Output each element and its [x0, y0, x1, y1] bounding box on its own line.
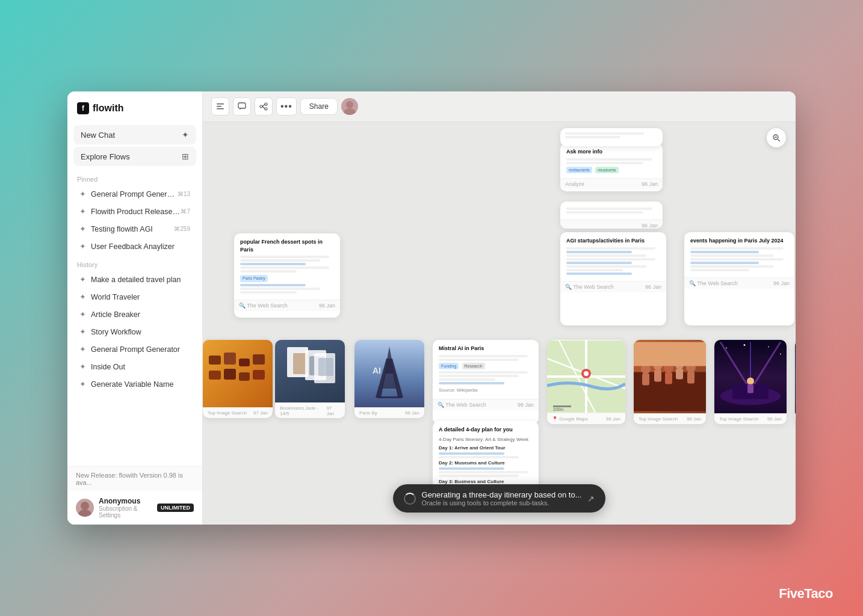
svg-rect-49 [665, 372, 672, 384]
fivetaco-branding: FiveTaco [779, 586, 833, 602]
sidebar-item-general-prompt[interactable]: ✦ General Prompt Generator ⌘13 [71, 185, 199, 203]
card-french-dessert[interactable]: popular French dessert spots in Paris Pa… [234, 233, 340, 318]
sidebar-item-label: Article Breaker [91, 310, 140, 319]
svg-point-6 [260, 105, 262, 108]
sidebar-toggle-button[interactable] [211, 97, 229, 116]
card-footer: 🔍 The Web Search 96 Jan [433, 399, 539, 410]
sidebar-item-world-traveler[interactable]: ✦ World Traveler [71, 288, 199, 306]
card-chat1[interactable] [560, 128, 663, 146]
item-icon: ✦ [79, 380, 86, 389]
sidebar-item-label: Make a detailed travel plan [91, 276, 181, 284]
item-icon: ✦ [79, 310, 86, 319]
card-street-image[interactable]: Bookmarks.Jade - 14/5 97 Jan [275, 340, 345, 418]
user-subscription: Subscription & Settings [99, 505, 157, 519]
svg-line-9 [262, 105, 265, 107]
chat-toggle-button[interactable] [233, 97, 251, 116]
svg-rect-4 [217, 108, 224, 109]
svg-rect-80 [795, 402, 796, 411]
svg-rect-32 [377, 396, 401, 398]
svg-rect-5 [238, 103, 246, 108]
svg-rect-20 [209, 371, 221, 380]
sidebar-item-article-breaker[interactable]: ✦ Article Breaker [71, 306, 199, 323]
sidebar-item-label: Flowith Product Release Note... [91, 208, 181, 216]
svg-rect-17 [224, 353, 236, 365]
share-button[interactable]: Share [300, 98, 338, 115]
toolbar-avatar [341, 98, 358, 115]
svg-point-58 [780, 354, 781, 355]
card-continue[interactable]: 96 Jan [560, 202, 663, 229]
svg-rect-47 [654, 370, 661, 382]
user-profile[interactable]: Anonymous Subscription & Settings UNLIMI… [67, 491, 202, 525]
card-footer: 🔍 The Web Search 96 Jan [684, 277, 794, 289]
card-footer: 🔍 The Web Search 96 Jan [234, 300, 340, 311]
zoom-button[interactable] [767, 128, 786, 147]
sidebar-item-travel-plan[interactable]: ✦ Make a detailed travel plan [71, 271, 199, 288]
svg-rect-23 [253, 370, 265, 380]
svg-point-57 [768, 346, 769, 348]
sidebar-item-release-note[interactable]: ✦ Flowith Product Release Note... ⌘7 [71, 203, 199, 220]
new-chat-button[interactable]: New Chat ✦ [73, 125, 196, 144]
card-citynight-image[interactable]: Top Image Search 96 Jan [795, 340, 796, 424]
new-chat-icon: ✦ [182, 130, 189, 140]
svg-rect-65 [747, 384, 753, 393]
svg-point-7 [265, 103, 267, 105]
svg-line-14 [778, 140, 781, 142]
sidebar-item-general-prompt2[interactable]: ✦ General Prompt Generator [71, 340, 199, 358]
svg-point-64 [747, 378, 754, 385]
node-toggle-button[interactable] [255, 97, 273, 116]
sidebar-item-label: General Prompt Generator [91, 190, 178, 199]
card-map[interactable]: 200m 📍 Google Maps 96 Jan [547, 340, 625, 424]
sidebar-actions: New Chat ✦ Explore Flows ⊞ [67, 122, 202, 170]
sidebar-item-story-workflow[interactable]: ✦ Story Workflow [71, 323, 199, 340]
svg-rect-22 [239, 372, 250, 381]
card-content: popular French dessert spots in Paris Pa… [234, 233, 340, 300]
card-crowd-image[interactable]: Top Image Search 96 Jan [634, 340, 706, 424]
svg-rect-54 [634, 342, 706, 366]
item-icon: ✦ [79, 327, 86, 336]
svg-point-11 [346, 101, 353, 108]
more-options-button[interactable]: ••• [276, 97, 297, 116]
loading-spinner [404, 493, 416, 505]
history-label: History [67, 255, 202, 271]
svg-rect-51 [676, 369, 683, 380]
sidebar-item-testing-agi[interactable]: ✦ Testing flowith AGI ⌘259 [71, 220, 199, 238]
status-text: Generating a three-day itinerary based o… [422, 490, 582, 499]
item-icon: ✦ [79, 242, 86, 251]
svg-rect-16 [209, 356, 221, 365]
card-eiffel-image[interactable]: AI Paris By 96 Jan [354, 340, 424, 418]
sidebar-item-label: Inside Out [91, 363, 125, 371]
item-icon: ✦ [79, 275, 86, 284]
explore-flows-icon: ⊞ [182, 152, 189, 161]
sidebar-item-feedback[interactable]: ✦ User Feedback Anaylizer [71, 238, 199, 255]
username: Anonymous [99, 497, 157, 505]
sidebar-item-label: Testing flowith AGI [91, 225, 153, 233]
svg-rect-3 [217, 106, 221, 107]
avatar [76, 499, 94, 517]
status-expand-button[interactable]: ↗ [587, 494, 595, 504]
svg-rect-53 [687, 372, 694, 384]
card-events-paris[interactable]: events happening in Paris July 2024 🔍 Th… [684, 232, 794, 325]
item-icon: ✦ [79, 189, 86, 199]
sidebar: f flowith New Chat ✦ Explore Flows ⊞ Pin… [67, 91, 203, 525]
svg-rect-19 [253, 354, 265, 365]
status-subtext: Oracle is using tools to complete sub-ta… [422, 499, 582, 507]
card-ask-more[interactable]: Ask more info restaurants museums Analyz… [560, 143, 663, 191]
sidebar-item-variable-name[interactable]: ✦ Generate Variable Name [71, 375, 199, 393]
card-agi-paris[interactable]: AGI startups/activities in Paris 🔍 The W… [560, 232, 666, 325]
item-icon: ✦ [79, 207, 86, 216]
card-food-image[interactable]: Top Image Search 97 Jan [203, 340, 273, 418]
app-window: f flowith New Chat ✦ Explore Flows ⊞ Pin… [67, 91, 796, 525]
svg-line-10 [262, 106, 265, 109]
logo-text: flowith [93, 103, 124, 114]
canvas-area[interactable]: popular French dessert spots in Paris Pa… [203, 122, 796, 525]
sidebar-item-inside-out[interactable]: ✦ Inside Out [71, 358, 199, 375]
explore-flows-button[interactable]: Explore Flows ⊞ [73, 147, 196, 166]
pinned-label: Pinned [67, 170, 202, 185]
status-bar: Generating a three-day itinerary based o… [393, 484, 606, 513]
release-note[interactable]: New Release: flowith Version 0.98 is ava… [67, 467, 202, 491]
card-mistral[interactable]: Mistral AI in Paris Funding Research Sou… [433, 340, 539, 424]
card-night-image[interactable]: Top Image Search 96 Jan [714, 340, 787, 424]
item-icon: ✦ [79, 345, 86, 354]
sidebar-item-label: User Feedback Anaylizer [91, 242, 175, 251]
svg-text:AI: AI [373, 366, 381, 375]
